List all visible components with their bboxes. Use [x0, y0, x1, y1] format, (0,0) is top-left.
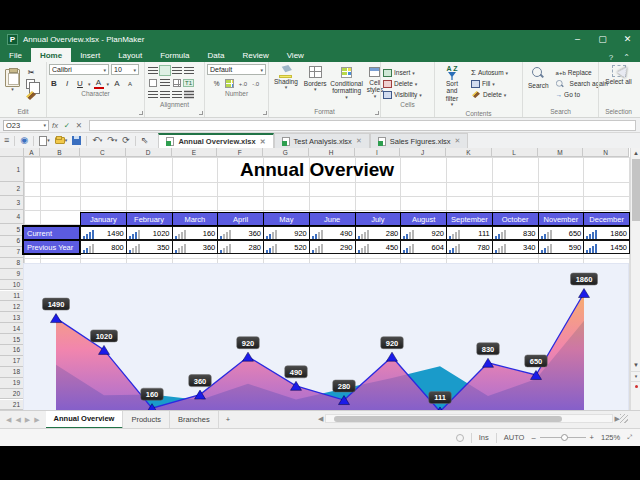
paste-button[interactable]: ▾ [2, 66, 23, 94]
menu-tab-formula[interactable]: Formula [151, 48, 198, 62]
value-cell[interactable]: 350 [126, 240, 173, 254]
value-cell[interactable]: 604 [400, 240, 447, 254]
horizontal-scrollbar[interactable]: ◀ ▶ [318, 413, 628, 424]
undo-icon[interactable]: ↶▾ [92, 136, 102, 145]
value-cell[interactable]: 111 [446, 226, 493, 240]
insert-mode-indicator[interactable]: Ins [479, 433, 489, 442]
menu-tab-home[interactable]: Home [31, 48, 71, 62]
value-cell[interactable]: 360 [172, 240, 219, 254]
vertical-scroll-thumb[interactable] [632, 159, 640, 221]
column-header-N[interactable]: N [583, 148, 629, 157]
cell-reference-box[interactable]: O23▾ [3, 120, 49, 131]
value-cell[interactable]: 1490 [80, 226, 127, 240]
borders-mini-icon[interactable] [173, 79, 181, 87]
value-cell[interactable]: 650 [538, 226, 585, 240]
sheet-nav-arrow[interactable]: ◀ [15, 416, 20, 424]
column-header-E[interactable]: E [172, 148, 218, 157]
underline-button[interactable]: U [75, 79, 85, 88]
horizontal-scroll-thumb[interactable] [334, 416, 562, 422]
value-cell[interactable]: 780 [446, 240, 493, 254]
sheet-nav-arrow[interactable]: ▶ [25, 416, 30, 424]
tab-close-icon[interactable]: ✕ [260, 138, 266, 146]
row-header-13[interactable]: 13 [0, 312, 24, 323]
document-tab[interactable]: Test Analysis.xlsx✕ [274, 133, 370, 148]
month-header-cell[interactable]: August [400, 212, 447, 226]
number-format-select[interactable]: Default▾ [207, 64, 266, 75]
split-view-button[interactable]: ▾ [631, 371, 640, 380]
zoom-out-button[interactable]: – [531, 433, 535, 442]
sheet-tab-products[interactable]: Products [123, 411, 170, 429]
menu-icon[interactable]: ≡ [4, 136, 9, 145]
rotate-text-button[interactable]: T1 [183, 79, 194, 87]
close-button[interactable]: ✕ [615, 30, 640, 48]
fx-icon[interactable]: fx [49, 121, 61, 130]
scroll-left-icon[interactable]: ◀ [318, 415, 323, 423]
autosum-button[interactable]: ΣAutosum▾ [471, 67, 508, 78]
row-header-21[interactable]: 21 [0, 400, 24, 411]
column-header-A[interactable]: A [24, 148, 40, 157]
character-dialog-launcher[interactable] [139, 111, 143, 115]
currency-format-icon[interactable] [225, 79, 234, 88]
zoom-level[interactable]: 125% [601, 433, 620, 442]
document-tab[interactable]: Sales Figures.xlsx✕ [370, 133, 469, 148]
select-all-button[interactable]: Select all [602, 64, 634, 86]
row-header-20[interactable]: 20 [0, 389, 24, 400]
open-icon[interactable]: ▾ [55, 137, 68, 144]
align-middle-icon[interactable] [160, 66, 170, 75]
row-header-10[interactable]: 10 [0, 280, 24, 291]
row-header-17[interactable]: 17 [0, 356, 24, 367]
column-header-I[interactable]: I [355, 148, 401, 157]
column-header-L[interactable]: L [492, 148, 538, 157]
insert-cells-button[interactable]: Insert▾ [383, 67, 432, 78]
row-header-8[interactable]: 8 [0, 258, 24, 269]
search-button[interactable]: Search [525, 64, 552, 90]
row-header-7[interactable]: 7 [0, 247, 24, 258]
fit-window-icon[interactable]: ⤢ [627, 434, 632, 441]
add-sheet-button[interactable]: + [219, 415, 237, 424]
row-header-12[interactable]: 12 [0, 301, 24, 312]
column-header-G[interactable]: G [263, 148, 309, 157]
justify-vertical-icon[interactable] [184, 66, 194, 75]
month-header-cell[interactable]: September [446, 212, 493, 226]
value-cell[interactable]: 280 [217, 240, 264, 254]
document-tab[interactable]: Annual Overview.xlsx✕ [158, 133, 273, 148]
align-bottom-icon[interactable] [172, 66, 182, 75]
month-header-cell[interactable]: June [309, 212, 356, 226]
row-header-3[interactable]: 3 [0, 196, 24, 210]
sheet-nav-arrow[interactable]: ◀ [6, 416, 11, 424]
resize-grip-icon[interactable] [620, 414, 628, 423]
value-cell[interactable]: 1450 [583, 240, 630, 254]
month-header-cell[interactable]: July [355, 212, 402, 226]
grow-font-button[interactable]: A [112, 79, 122, 88]
row-header-15[interactable]: 15 [0, 334, 24, 345]
touch-mode-icon[interactable]: ◉ [20, 136, 28, 145]
font-name-select[interactable]: Calibri▾ [49, 64, 109, 75]
column-header-M[interactable]: M [538, 148, 584, 157]
zoom-knob[interactable] [561, 434, 568, 441]
align-top-icon[interactable] [148, 66, 158, 75]
month-header-cell[interactable]: November [538, 212, 585, 226]
column-header-B[interactable]: B [40, 148, 80, 157]
align-right-icon[interactable] [172, 90, 182, 99]
maximize-button[interactable]: ▢ [590, 30, 615, 48]
zoom-in-button[interactable]: + [590, 433, 594, 442]
scroll-down-icon[interactable]: ▼ [631, 360, 640, 370]
row-header-14[interactable]: 14 [0, 323, 24, 334]
number-dialog-launcher[interactable] [263, 111, 267, 115]
delete-contents-button[interactable]: Delete▾ [471, 89, 508, 100]
value-cell[interactable]: 590 [538, 240, 585, 254]
column-header-H[interactable]: H [309, 148, 355, 157]
save-icon[interactable] [72, 136, 81, 145]
value-cell[interactable]: 360 [217, 226, 264, 240]
row-header-16[interactable]: 16 [0, 345, 24, 356]
sheet-nav-arrow[interactable]: ▶ [34, 416, 39, 424]
fill-button[interactable]: Fill▾ [471, 78, 508, 89]
row-header-1[interactable]: 1 [0, 157, 24, 182]
column-header-D[interactable]: D [126, 148, 172, 157]
row-header-4[interactable]: 4 [0, 210, 24, 224]
bold-button[interactable]: B [49, 79, 59, 88]
sheet-tab-annual-overview[interactable]: Annual Overview [46, 411, 124, 429]
align-left-icon[interactable] [148, 90, 158, 99]
value-cell[interactable]: 1020 [126, 226, 173, 240]
cut-button[interactable]: ✂ [26, 68, 36, 77]
